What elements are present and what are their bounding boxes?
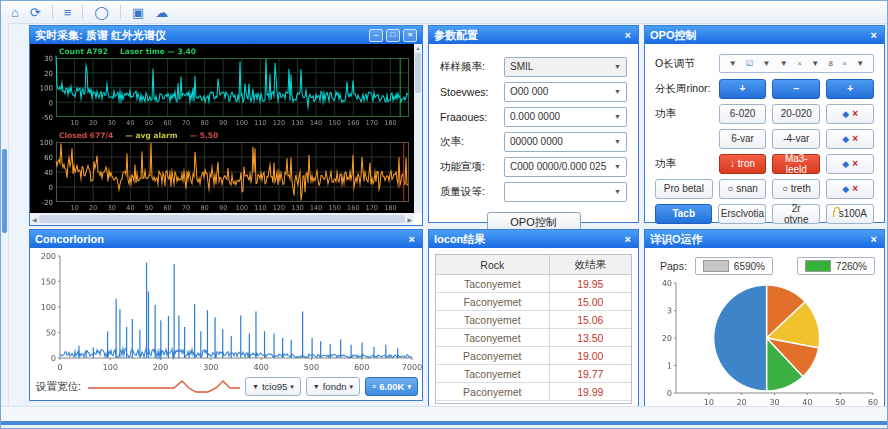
param-row-rate: 次率: 00000 0000 ▼ [440, 132, 627, 151]
cell-value: 19.95 [549, 275, 631, 293]
range-button-6-var[interactable]: 6-var [719, 129, 767, 149]
target-clear-button[interactable]: ◆ × [826, 104, 874, 124]
home-icon[interactable]: ⌂ [11, 6, 19, 19]
decrease-button[interactable]: − [772, 79, 820, 99]
minimize-button[interactable]: – [369, 29, 383, 42]
filter-fondn-button[interactable]: ▼ fondn ▾ [306, 377, 360, 396]
filter-tcio95-button[interactable]: ▼ tcio95 ▾ [245, 377, 301, 396]
power-row-3: 功率 ↓ tron Ma3-leeld ◆ × [655, 153, 874, 174]
stats-panel: 详识O运作 × Paps: 6590% 7260% [644, 229, 885, 413]
close-button[interactable]: × [403, 29, 417, 42]
table-row[interactable]: Taconyemet19.95 [436, 275, 631, 293]
range-button-4-var[interactable]: -4-var [772, 129, 820, 149]
waveform-cyan-canvas [30, 44, 414, 128]
strip-glyph[interactable]: ▼ [763, 60, 771, 68]
quality-select[interactable]: ▼ [504, 182, 627, 202]
otvne-button[interactable]: 2r otvne [772, 204, 820, 224]
maximize-button[interactable]: □ [386, 29, 400, 42]
legend-item-green[interactable]: 7260% [797, 257, 875, 275]
scale-6k-button[interactable]: ≡ 6.00K ▾ [365, 377, 418, 396]
strip-glyph[interactable]: × [842, 60, 847, 68]
rate-select[interactable]: 00000 0000 ▼ [504, 132, 627, 152]
close-icon[interactable]: × [869, 29, 879, 41]
table-row[interactable]: Faconyemet15.00 [436, 293, 631, 311]
range-button-20-020[interactable]: 20-020 [772, 104, 820, 124]
strip-glyph[interactable]: ▼ [856, 60, 864, 68]
power-row-2: 6-var -4-var ◆ × [655, 128, 874, 149]
close-icon[interactable]: × [407, 233, 417, 245]
legend-item-gray[interactable]: 6590% [695, 257, 773, 275]
vertical-scrollbar[interactable]: ▲ [414, 44, 422, 213]
menu-icon[interactable]: ≡ [64, 6, 72, 19]
concentration-panel: Concorlorion × 设置宽位: ▼ tcio95 ▾ ▼ fondn … [29, 229, 423, 401]
button-label: tcio95 [262, 381, 287, 392]
table-header-row: Rock 效结果 [436, 255, 631, 275]
realtime-titlebar: 实时采集: 质谱 红外光谱仪 – □ × [30, 26, 422, 44]
table-row[interactable]: Taconyemet13.50 [436, 329, 631, 347]
close-icon[interactable]: × [869, 233, 879, 245]
snan-button[interactable]: ○ snan [719, 179, 767, 199]
column-header-rock[interactable]: Rock [436, 255, 549, 275]
max-level-button[interactable]: Ma3-leeld [772, 154, 820, 174]
panel-title: Concorlorion [35, 233, 404, 245]
paps-label: Paps: [660, 260, 687, 272]
treth-button[interactable]: ○ treth [772, 179, 820, 199]
left-scroll-thumb[interactable] [2, 149, 7, 233]
table-row[interactable]: Paconyemet19.99 [436, 383, 631, 401]
tron-down-button[interactable]: ↓ tron [719, 154, 767, 174]
pro-betal-button[interactable]: Pro betal [655, 179, 713, 199]
cell-value: 13.50 [549, 329, 631, 347]
scroll-up-icon[interactable]: ▲ [416, 45, 421, 51]
locked-s100a-button[interactable]: s100A [826, 204, 874, 224]
probe-row: Pro betal ○ snan ○ treth ◆ × [655, 178, 874, 199]
spectrum-footer: 设置宽位: ▼ tcio95 ▾ ▼ fondn ▾ ≡ 6.00K ▾ [36, 376, 418, 397]
row-label: 功率 [655, 157, 713, 171]
button-label: 6.00K [379, 381, 404, 392]
range-button-6-020[interactable]: 6-020 [719, 104, 767, 124]
function-option-select[interactable]: C000 0000/0.000 025 ▼ [504, 157, 627, 177]
table-row[interactable]: Taconyemet15.06 [436, 311, 631, 329]
cell-name: Faconyemet [436, 293, 549, 311]
field-label: 样样频率: [440, 60, 504, 74]
strip-glyph[interactable]: ▼ [811, 60, 819, 68]
gallery-icon[interactable]: ▣ [132, 6, 144, 19]
target-clear-button[interactable]: ◆ × [826, 154, 874, 174]
record-icon[interactable]: ◯ [94, 6, 109, 19]
status-bar [1, 406, 887, 421]
scroll-left-icon[interactable]: ◀ [32, 216, 37, 223]
increase-button[interactable]: + [719, 79, 767, 99]
stoevwes-select[interactable]: O00 000 ▼ [504, 82, 627, 102]
strip-glyph[interactable]: × [797, 60, 802, 68]
horizontal-scroll-thumb[interactable] [39, 215, 406, 223]
vertical-scroll-thumb[interactable] [415, 53, 421, 93]
horizontal-scrollbar[interactable]: ◀ ▶ [30, 213, 414, 225]
strip-glyph[interactable]: ▼ [780, 60, 788, 68]
strip-glyph[interactable]: ▼ [729, 60, 737, 68]
column-header-result[interactable]: 效结果 [549, 255, 631, 275]
sample-rate-select[interactable]: SMIL ▼ [504, 57, 627, 77]
cell-value: 19.99 [549, 383, 631, 401]
fraaoues-select[interactable]: 0.000 0000 ▼ [504, 107, 627, 127]
chevron-down-icon: ▾ [290, 383, 294, 391]
chevron-down-icon: ▾ [407, 383, 411, 391]
table-row[interactable]: Paconyemet19.00 [436, 347, 631, 365]
ersclvotia-button[interactable]: Ersclvotia [718, 204, 766, 224]
concentration-titlebar: Concorlorion × [30, 230, 422, 248]
sync-settings-icon[interactable]: ⟳ [30, 6, 41, 19]
strip-glyph[interactable]: ☑ [746, 60, 753, 68]
panel-title: 参数配置 [434, 28, 620, 43]
target-clear-button[interactable]: ◆ × [826, 129, 874, 149]
select-value: C000 0000/0.000 025 [510, 161, 606, 172]
tacb-button[interactable]: Tacb [655, 204, 712, 224]
strip-glyph[interactable]: 8 [828, 60, 832, 68]
scroll-right-icon[interactable]: ▶ [407, 216, 412, 223]
close-icon[interactable]: × [623, 29, 633, 41]
increase-button-2[interactable]: + [826, 79, 874, 99]
wavelength-adjust-strip[interactable]: ▼☑▼▼×▼8×▼ [719, 54, 874, 73]
table-row[interactable]: Taconyemet19.77 [436, 365, 631, 383]
close-icon[interactable]: × [623, 233, 633, 245]
target-clear-button[interactable]: ◆ × [826, 179, 874, 199]
stats-body: Paps: 6590% 7260% [645, 248, 884, 411]
field-label: Fraaoues: [440, 111, 504, 123]
cloud-icon[interactable]: ☁ [155, 6, 168, 19]
